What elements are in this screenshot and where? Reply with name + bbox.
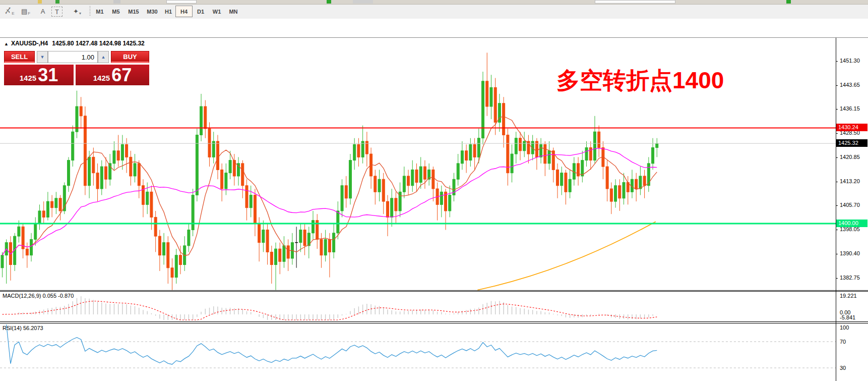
macd-label: MACD(12,26,9) 0.055 -0.870	[3, 293, 74, 299]
timeframe-button-m15[interactable]: M15	[124, 6, 143, 17]
price-level-badge-green: 1400.00	[836, 220, 867, 227]
toolbar-fragment	[327, 0, 331, 4]
timeframe-button-w1[interactable]: W1	[209, 6, 225, 17]
chart-area: ▲XAUUSD-,H41425.80 1427.48 1424.98 1425.…	[0, 19, 868, 381]
symbol-title: ▲XAUUSD-,H41425.80 1427.48 1424.98 1425.…	[4, 40, 145, 47]
volume-input[interactable]	[48, 51, 98, 63]
text-label-icon[interactable]: A	[36, 6, 49, 17]
ask-price[interactable]: 1425 67	[76, 65, 149, 85]
panel-divider	[0, 321, 868, 322]
price-tick-label: 1451.30	[840, 58, 860, 64]
toolbar-fragment	[38, 0, 42, 4]
symbol-period-label: XAUUSD-,H4	[11, 40, 48, 47]
macd-axis-label: 19.221	[840, 293, 857, 299]
ohlc-values: 1425.80 1427.48 1424.98 1425.32	[52, 40, 145, 47]
chart-annotation-text[interactable]: 多空转折点1400	[556, 65, 724, 96]
toolbar-fragment	[353, 0, 373, 4]
timeframe-button-d1[interactable]: D1	[193, 6, 209, 17]
mt4-terminal-window: 〆E ▤F A T ✦▾ M1M5M15M30H1H4D1W1MN ▲XAUUS…	[0, 0, 868, 381]
macd-axis-label: -5.841	[840, 314, 855, 320]
current-price-badge: 1425.32	[836, 139, 867, 147]
toolbar-fragment	[595, 0, 675, 4]
timeframe-button-m5[interactable]: M5	[108, 6, 124, 17]
plot-right-border	[836, 38, 836, 381]
one-click-trading-panel: SELL ▼ ▲ BUY 1425 31 1425 67	[4, 51, 149, 85]
grid-icon[interactable]: ▤F	[19, 6, 32, 17]
price-level-badge-red: 1430.24	[836, 124, 867, 131]
bid-price-big: 31	[38, 67, 58, 84]
macd-indicator-panel[interactable]	[0, 292, 836, 321]
price-tick-label: 1443.65	[840, 82, 860, 88]
arrows-icon[interactable]: ✦▾	[69, 6, 86, 17]
indicators-icon[interactable]: 〆E	[3, 6, 16, 17]
price-tick-label: 1382.75	[840, 275, 860, 281]
toolbar-fragment	[166, 0, 197, 4]
price-tick-label: 1420.85	[840, 154, 860, 160]
dropdown-caret-icon: ▾	[79, 11, 81, 16]
text-box-icon[interactable]: T	[51, 7, 63, 17]
ask-price-prefix: 1425	[93, 74, 110, 82]
ask-price-big: 67	[111, 67, 132, 84]
clipped-toolbar-strip	[0, 0, 868, 5]
collapse-arrow-icon[interactable]: ▲	[4, 41, 9, 46]
bid-price-prefix: 1425	[20, 74, 36, 82]
toolbar-separator	[89, 6, 91, 17]
rsi-label: RSI(14) 56.2073	[3, 325, 43, 331]
price-tick-label: 1398.05	[840, 226, 860, 232]
rsi-indicator-panel[interactable]	[0, 323, 836, 381]
timeframe-button-mn[interactable]: MN	[225, 6, 242, 17]
toolbar-fragment	[55, 0, 59, 4]
chart-toolbar: 〆E ▤F A T ✦▾ M1M5M15M30H1H4D1W1MN	[0, 5, 868, 19]
timeframe-button-m1[interactable]: M1	[92, 6, 108, 17]
panel-divider	[0, 290, 868, 291]
toolbar-fragment	[113, 0, 120, 4]
rsi-axis-label: 70	[840, 339, 846, 345]
bid-price[interactable]: 1425 31	[4, 65, 74, 85]
rsi-axis-label: 30	[840, 365, 846, 371]
timeframe-button-h4[interactable]: H4	[175, 6, 193, 17]
rsi-axis-label: 100	[840, 324, 849, 331]
price-tick-label: 1405.70	[840, 202, 860, 208]
timeframe-button-m30[interactable]: M30	[143, 6, 161, 17]
timeframe-button-h1[interactable]: H1	[161, 6, 175, 17]
price-tick-label: 1436.15	[840, 105, 860, 112]
volume-increase-button[interactable]: ▲	[98, 51, 109, 63]
toolbar-fragment	[786, 0, 791, 4]
price-tick-label: 1413.20	[840, 178, 860, 184]
buy-button[interactable]: BUY	[111, 51, 149, 63]
sell-button[interactable]: SELL	[4, 51, 35, 63]
volume-decrease-button[interactable]: ▼	[37, 51, 48, 63]
price-tick-label: 1390.40	[840, 250, 860, 256]
